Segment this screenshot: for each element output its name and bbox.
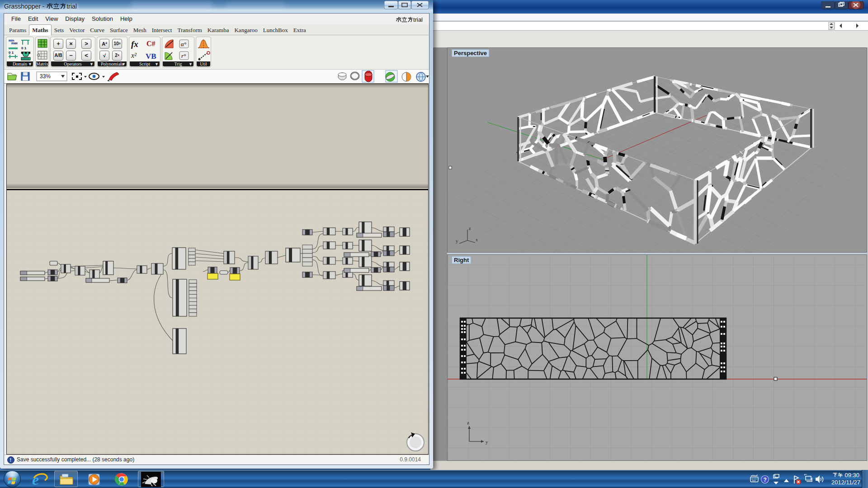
svg-text:z: z xyxy=(467,420,469,425)
svg-text:C#: C# xyxy=(146,40,156,47)
svg-text:x: x xyxy=(476,237,478,242)
svg-text:max: max xyxy=(11,42,18,45)
svg-text:!: ! xyxy=(10,457,12,463)
svg-text:α°: α° xyxy=(181,41,186,47)
svg-text:0 1: 0 1 xyxy=(21,46,27,50)
svg-text:33%: 33% xyxy=(40,73,51,80)
svg-text:y: y xyxy=(486,439,488,445)
svg-text:fx: fx xyxy=(131,39,138,49)
svg-text:y: y xyxy=(456,239,458,244)
svg-text:e: e xyxy=(32,471,39,488)
svg-text:r°: r° xyxy=(181,52,186,59)
svg-text:x²: x² xyxy=(131,52,137,59)
svg-text:z: z xyxy=(469,226,471,231)
svg-text:0 1: 0 1 xyxy=(9,51,14,55)
svg-text:VB: VB xyxy=(146,52,156,61)
svg-text:?: ? xyxy=(764,477,767,483)
